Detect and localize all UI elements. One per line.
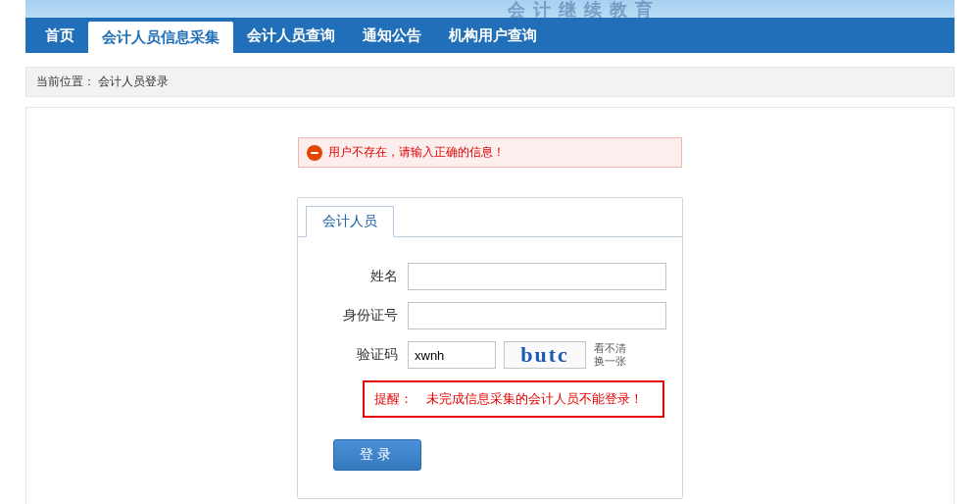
breadcrumb-prefix: 当前位置： <box>36 75 95 88</box>
warning-text: 未完成信息采集的会计人员不能登录！ <box>426 391 643 406</box>
login-panel: 会计人员 姓名 身份证号 验证码 butc 看不清 换一张 提醒： 未完成信息采… <box>297 197 683 499</box>
input-captcha[interactable] <box>408 341 496 369</box>
warning-prefix: 提醒： <box>374 391 413 406</box>
input-id[interactable] <box>408 302 666 329</box>
breadcrumb: 当前位置： 会计人员登录 <box>25 67 955 97</box>
tab-row: 会计人员 <box>298 198 682 237</box>
captcha-refresh-line1: 看不清 <box>594 342 633 355</box>
nav-announcements[interactable]: 通知公告 <box>349 18 435 53</box>
nav-home[interactable]: 首页 <box>31 18 88 53</box>
header-faint-title: 会计继续教育 <box>508 0 661 22</box>
content-area: 用户不存在，请输入正确的信息！ 会计人员 姓名 身份证号 验证码 butc 看不… <box>25 107 955 504</box>
label-captcha: 验证码 <box>298 346 408 364</box>
tab-accounting-personnel[interactable]: 会计人员 <box>306 206 394 237</box>
input-name[interactable] <box>408 263 666 290</box>
header-background: 会计继续教育 <box>25 0 955 18</box>
label-name: 姓名 <box>298 268 408 285</box>
nav-info-collect[interactable]: 会计人员信息采集 <box>88 22 233 53</box>
error-box: 用户不存在，请输入正确的信息！ <box>298 137 682 168</box>
error-icon <box>307 145 322 161</box>
row-captcha: 验证码 butc 看不清 换一张 <box>298 341 682 369</box>
label-id: 身份证号 <box>298 307 408 325</box>
login-button[interactable]: 登录 <box>333 439 421 471</box>
captcha-image[interactable]: butc <box>504 341 586 369</box>
main-nav: 首页 会计人员信息采集 会计人员查询 通知公告 机构用户查询 <box>25 18 955 53</box>
captcha-refresh-link[interactable]: 看不清 换一张 <box>594 342 633 368</box>
nav-org-query[interactable]: 机构用户查询 <box>435 18 551 53</box>
breadcrumb-path: 会计人员登录 <box>98 75 169 88</box>
row-id: 身份证号 <box>298 302 682 329</box>
row-name: 姓名 <box>298 263 682 290</box>
error-message: 用户不存在，请输入正确的信息！ <box>328 144 505 161</box>
nav-personnel-query[interactable]: 会计人员查询 <box>233 18 349 53</box>
captcha-refresh-line2: 换一张 <box>594 355 633 368</box>
warning-box: 提醒： 未完成信息采集的会计人员不能登录！ <box>363 380 664 418</box>
